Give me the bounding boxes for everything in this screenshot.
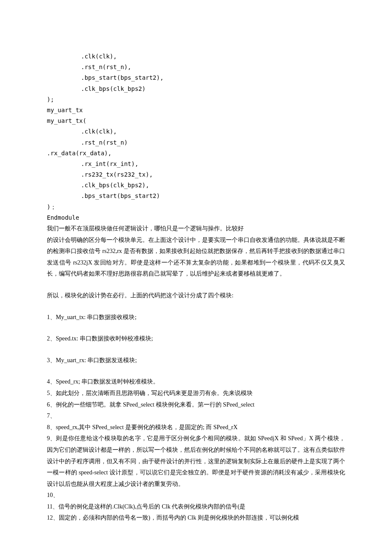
list-item: 5、如此划分，层次清晰而且思路明确，写起代码来更是游刃有余。先来说模块 (47, 388, 345, 399)
spacer (47, 302, 345, 312)
list-item: 12、固定的，必须和内部的信号名一致)，而括号内的 Clk 则是例化模块的外部连… (47, 512, 345, 524)
spacer (47, 345, 345, 355)
code-line: .rx_int(rx_int), (47, 159, 345, 169)
code-line: .clk_bps(clk_bps2) (47, 84, 345, 94)
spacer (47, 323, 345, 333)
code-line: ); (47, 94, 345, 105)
spacer (47, 366, 345, 376)
code-line: .clk(clk), (47, 126, 345, 137)
paragraph: 所以，模块化的设计势在必行。上面的代码把这个设计分成了四个模块: (47, 290, 345, 302)
document-page: .clk(clk), .rst_n(rst_n), .bps_start(bps… (0, 0, 392, 555)
code-line: my_uart_tx (47, 105, 345, 116)
list-item: 11、信号的例化是这样的.Clk(Clk),点号后的 Clk 代表例化模块内部的… (47, 501, 345, 513)
code-line: Endmodule (47, 212, 345, 223)
list-item: 9、则是你任意给这个模块取的名字，它是用于区分例化多个相同的模块。就如 SPee… (47, 433, 345, 490)
code-line: .rst_n(rst_n) (47, 137, 345, 148)
code-line: .rx_data(rx_data), (47, 148, 345, 159)
list-item: 4、Speed_rx; 串口数据发送时钟校准模块。 (47, 376, 345, 388)
list-item: 2、Speed.tx: 串口数据接收时钟校准模块; (47, 333, 345, 345)
paragraph: 的设计会明确的区分每一个模块单元。在上面这个设计中，是要实现一个串口自收发通信的… (47, 235, 345, 280)
code-line: .bps_start(bps_start2) (47, 191, 345, 201)
list-item: 3、My_uart_rx: 串口数据发送模块; (47, 355, 345, 366)
list-item: 7、 (47, 410, 345, 422)
code-line: .rs232_tx(rs232_tx), (47, 169, 345, 180)
list-item: 8、speed_rx,其中 SPeed_select 是要例化的模块名，是固定的… (47, 422, 345, 433)
code-line: .bps_start(bps_start2), (47, 73, 345, 83)
code-line: my_uart_tx( (47, 116, 345, 126)
list-item: 1、My_uart_tx: 串口数据接收模块; (47, 312, 345, 323)
list-item: 10、 (47, 490, 345, 501)
code-line: .rst_n(rst_n), (47, 62, 345, 73)
spacer (47, 280, 345, 290)
paragraph: 我们一般不在顶层模块做任何逻辑设计，哪怕只是一个逻辑与操作。比较好 (47, 223, 345, 235)
code-line: .clk_bps(clk_bps2), (47, 180, 345, 191)
code-line: .clk(clk), (47, 51, 345, 62)
list-item: 6、例化的一些细节吧。就拿 SPeed_select 模块例化来看。第一行的 S… (47, 399, 345, 411)
code-line: )； (47, 202, 345, 212)
